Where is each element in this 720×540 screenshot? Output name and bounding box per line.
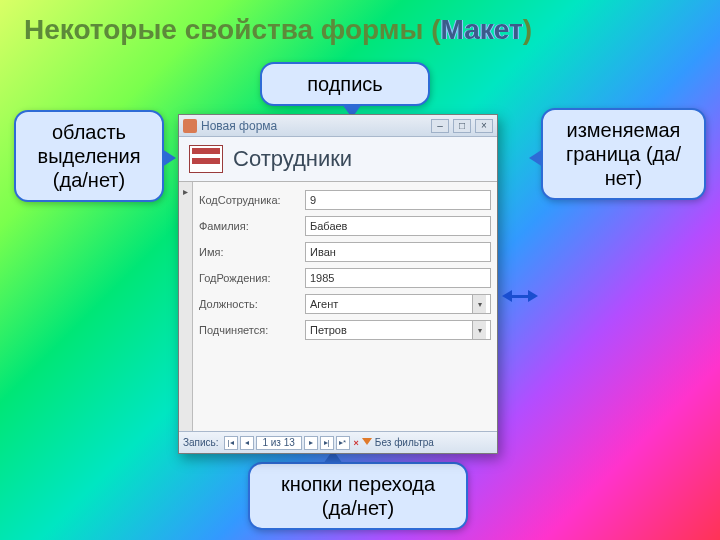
callout-tail <box>162 149 176 167</box>
maximize-button[interactable]: □ <box>453 119 471 133</box>
callout-selection-text: область выделения (да/нет) <box>38 121 141 191</box>
nav-last-button[interactable]: ▸| <box>320 436 334 450</box>
callout-resizable-border: изменяемая граница (да/нет) <box>541 108 706 200</box>
callout-tail <box>529 149 543 167</box>
field-label: Фамилия: <box>199 220 299 232</box>
form-window: Новая форма – □ × Сотрудники ▸ КодСотруд… <box>178 114 498 454</box>
slide-title-maket: Макет <box>441 14 523 45</box>
callout-caption-text: подпись <box>307 73 383 95</box>
slide-title: Некоторые свойства формы (Макет) <box>24 14 532 46</box>
field-label: Имя: <box>199 246 299 258</box>
field-label: Подчиняется: <box>199 324 299 336</box>
chevron-down-icon[interactable]: ▾ <box>472 321 486 339</box>
field-row: Должность:Агент▾ <box>199 294 491 314</box>
slide-title-end: ) <box>523 14 532 45</box>
form-logo-icon <box>189 145 223 173</box>
funnel-icon <box>362 438 372 448</box>
field-value: Иван <box>310 246 336 258</box>
field-row: КодСотрудника:9 <box>199 190 491 210</box>
form-icon <box>183 119 197 133</box>
fields-area: КодСотрудника:9Фамилия:БабаевИмя:ИванГод… <box>193 182 497 431</box>
minimize-button[interactable]: – <box>431 119 449 133</box>
form-caption: Сотрудники <box>233 146 352 172</box>
field-input[interactable]: 9 <box>305 190 491 210</box>
window-titlebar[interactable]: Новая форма – □ × <box>179 115 497 137</box>
callout-border-text: изменяемая граница (да/нет) <box>566 119 681 189</box>
field-value: Агент <box>310 298 338 310</box>
field-combobox[interactable]: Петров▾ <box>305 320 491 340</box>
callout-selection-area: область выделения (да/нет) <box>14 110 164 202</box>
nav-prev-button[interactable]: ◂ <box>240 436 254 450</box>
field-value: Бабаев <box>310 220 347 232</box>
form-header: Сотрудники <box>179 137 497 182</box>
filter-clear-icon: × <box>354 438 359 448</box>
field-row: Имя:Иван <box>199 242 491 262</box>
field-label: Должность: <box>199 298 299 310</box>
nav-label: Запись: <box>183 437 219 448</box>
nav-position-box[interactable]: 1 из 13 <box>256 436 302 450</box>
field-value: 9 <box>310 194 316 206</box>
close-button[interactable]: × <box>475 119 493 133</box>
field-row: ГодРождения:1985 <box>199 268 491 288</box>
field-input[interactable]: Иван <box>305 242 491 262</box>
record-selector[interactable]: ▸ <box>179 182 193 431</box>
record-navigation-bar: Запись: |◂ ◂ 1 из 13 ▸ ▸| ▸* × Без фильт… <box>179 431 497 453</box>
callout-nav-buttons: кнопки перехода (да/нет) <box>248 462 468 530</box>
window-title: Новая форма <box>201 119 427 133</box>
nav-new-button[interactable]: ▸* <box>336 436 350 450</box>
nav-first-button[interactable]: |◂ <box>224 436 238 450</box>
field-input[interactable]: Бабаев <box>305 216 491 236</box>
filter-label: Без фильтра <box>375 437 434 448</box>
field-label: ГодРождения: <box>199 272 299 284</box>
callout-caption: подпись <box>260 62 430 106</box>
nav-filter-indicator[interactable]: × Без фильтра <box>358 437 434 448</box>
field-value: Петров <box>310 324 347 336</box>
nav-next-button[interactable]: ▸ <box>304 436 318 450</box>
form-body: ▸ КодСотрудника:9Фамилия:БабаевИмя:ИванГ… <box>179 182 497 431</box>
field-row: Фамилия:Бабаев <box>199 216 491 236</box>
chevron-down-icon[interactable]: ▾ <box>472 295 486 313</box>
resize-arrow-icon <box>502 290 538 302</box>
slide-title-main: Некоторые свойства формы ( <box>24 14 441 45</box>
callout-nav-text: кнопки перехода (да/нет) <box>281 473 435 519</box>
field-input[interactable]: 1985 <box>305 268 491 288</box>
field-row: Подчиняется:Петров▾ <box>199 320 491 340</box>
field-value: 1985 <box>310 272 334 284</box>
field-combobox[interactable]: Агент▾ <box>305 294 491 314</box>
field-label: КодСотрудника: <box>199 194 299 206</box>
